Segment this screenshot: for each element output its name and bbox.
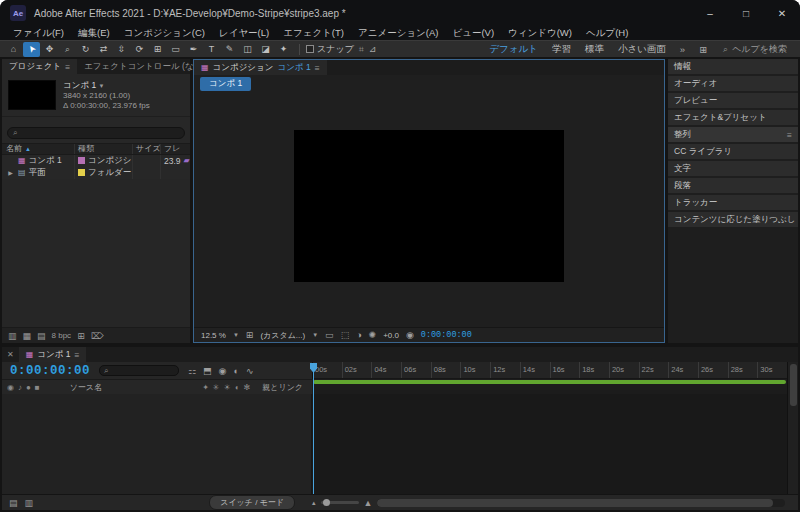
menu-edit[interactable]: 編集(E) bbox=[71, 27, 117, 40]
close-button[interactable]: ✕ bbox=[764, 0, 800, 26]
snap-checkbox[interactable] bbox=[306, 45, 314, 53]
label-color-swatch[interactable] bbox=[78, 157, 85, 164]
layer-list-area[interactable] bbox=[2, 394, 312, 494]
dock-panel-align[interactable]: 整列 ≡ bbox=[668, 127, 798, 142]
hide-shy-layers-icon[interactable]: ◉ bbox=[219, 366, 227, 376]
expand-layer-switches-icon[interactable]: ▤ bbox=[9, 498, 18, 508]
column-size[interactable]: サイズ bbox=[132, 144, 160, 154]
workspace-menu-icon[interactable]: ⊞ bbox=[699, 44, 707, 55]
comp-mini-flowchart-icon[interactable]: ⚏ bbox=[188, 366, 196, 376]
column-parent-link[interactable]: 親とリンク bbox=[262, 382, 303, 393]
selection-tool[interactable]: ➤ bbox=[23, 42, 40, 57]
dock-panel-audio[interactable]: オーディオ bbox=[668, 76, 798, 91]
column-source-name[interactable]: ソース名 bbox=[70, 382, 102, 393]
eraser-tool[interactable]: ◪ bbox=[257, 42, 274, 57]
workspace-default[interactable]: デフォルト bbox=[489, 43, 538, 56]
delete-icon[interactable]: ⌦ bbox=[91, 331, 104, 341]
shy-switch-icon[interactable]: ✦ bbox=[202, 383, 209, 392]
tab-timeline-comp1[interactable]: ▦ コンポ 1 ≡ bbox=[19, 347, 87, 362]
motion-blur-icon[interactable]: ◐ bbox=[233, 366, 238, 376]
tab-project[interactable]: プロジェクト ≡ bbox=[2, 59, 77, 74]
video-visibility-icon[interactable]: ◉ bbox=[7, 383, 14, 392]
comp-navigator-chip[interactable]: コンポ 1 bbox=[200, 77, 251, 91]
draft-3d-icon[interactable]: ⬒ bbox=[203, 366, 212, 376]
zoom-in-timeline-icon[interactable]: ▲ bbox=[364, 498, 373, 508]
project-search-input[interactable]: ⌕ bbox=[7, 127, 185, 139]
menu-view[interactable]: ビュー(V) bbox=[445, 27, 501, 40]
vertical-scrollbar-thumb[interactable] bbox=[790, 364, 797, 406]
exposure-icon[interactable]: ✺ bbox=[369, 330, 377, 340]
panel-menu-icon[interactable]: ≡ bbox=[65, 62, 70, 72]
current-time-indicator[interactable] bbox=[313, 363, 314, 494]
work-area-bar[interactable] bbox=[313, 380, 786, 384]
channels-icon[interactable]: ◑ bbox=[356, 330, 361, 340]
create-folder-icon[interactable]: ▤ bbox=[37, 331, 46, 341]
label-color-swatch[interactable] bbox=[78, 169, 85, 176]
menu-file[interactable]: ファイル(F) bbox=[6, 27, 71, 40]
dock-panel-preview[interactable]: プレビュー bbox=[668, 93, 798, 108]
tab-composition-viewer[interactable]: ▦ コンポジション コンポ 1 ≡ bbox=[194, 60, 327, 75]
snap-option-icon-1[interactable]: ⌗ bbox=[359, 44, 364, 55]
panel-menu-icon[interactable]: ≡ bbox=[74, 350, 79, 360]
project-item-solids-folder[interactable]: ▶ ▤ 平面 フォルダー bbox=[2, 167, 190, 179]
project-settings-icon[interactable]: ⊞ bbox=[77, 331, 85, 341]
pan-camera-tool[interactable]: ⇄ bbox=[95, 42, 112, 57]
pan-behind-tool[interactable]: ⊞ bbox=[149, 42, 166, 57]
menu-effect[interactable]: エフェクト(T) bbox=[276, 27, 351, 40]
zoom-level-select[interactable]: 12.5 % bbox=[201, 331, 226, 340]
bit-depth-label[interactable]: 8 bpc bbox=[52, 331, 72, 340]
chevron-down-icon[interactable]: ▼ bbox=[99, 83, 105, 89]
help-search[interactable]: ⌕ ヘルプを検索 bbox=[723, 43, 787, 56]
menu-window[interactable]: ウィンドウ(W) bbox=[501, 27, 579, 40]
tab-effect-controls[interactable]: エフェクトコントロール (なし) bbox=[77, 59, 212, 74]
vertical-scrollbar[interactable] bbox=[787, 362, 798, 494]
create-comp-icon[interactable]: ▦ bbox=[23, 331, 32, 341]
exposure-value[interactable]: +0.0 bbox=[383, 331, 399, 340]
interpret-footage-icon[interactable]: ▥ bbox=[8, 331, 17, 341]
workspace-learn[interactable]: 学習 bbox=[552, 43, 571, 56]
column-type[interactable]: 種類 bbox=[74, 144, 132, 154]
orbit-camera-tool[interactable]: ↻ bbox=[77, 42, 94, 57]
current-time-display[interactable]: 0:00:00:00 bbox=[10, 364, 90, 378]
maximize-button[interactable]: □ bbox=[728, 0, 764, 26]
expander-icon[interactable]: ▶ bbox=[6, 169, 15, 176]
solo-icon[interactable]: ● bbox=[26, 383, 31, 392]
pen-tool[interactable]: ✒ bbox=[185, 42, 202, 57]
menu-animation[interactable]: アニメーション(A) bbox=[351, 27, 446, 40]
brush-tool[interactable]: ✎ bbox=[221, 42, 238, 57]
panel-menu-icon[interactable]: ≡ bbox=[315, 63, 320, 73]
collapse-switch-icon[interactable]: ✳ bbox=[213, 383, 220, 392]
workspace-overflow-icon[interactable]: » bbox=[680, 44, 685, 55]
timeline-zoom-slider[interactable] bbox=[321, 501, 359, 504]
home-button[interactable]: ⌂ bbox=[5, 42, 22, 57]
resolution-select[interactable]: (カスタム...) bbox=[260, 330, 305, 341]
menu-layer[interactable]: レイヤー(L) bbox=[212, 27, 276, 40]
graph-editor-icon[interactable]: ∿ bbox=[246, 366, 254, 376]
menu-composition[interactable]: コンポジション(C) bbox=[117, 27, 212, 40]
dock-panel-content-aware-fill[interactable]: コンテンツに応じた塗りつぶし bbox=[668, 212, 798, 227]
horizontal-scrollbar-thumb[interactable] bbox=[377, 499, 772, 507]
menu-help[interactable]: ヘルプ(H) bbox=[579, 27, 635, 40]
timeline-search-input[interactable]: ⌕ bbox=[99, 365, 179, 376]
motion-blur-switch-icon[interactable]: ✻ bbox=[244, 383, 251, 392]
horizontal-scrollbar[interactable] bbox=[377, 499, 785, 507]
time-ruler[interactable]: 00s 02s 04s 06s 08s 10s 12s 14s 16s 18s … bbox=[312, 362, 787, 379]
clone-stamp-tool[interactable]: ◫ bbox=[239, 42, 256, 57]
audio-icon[interactable]: ♪ bbox=[18, 383, 22, 392]
zoom-slider-thumb[interactable] bbox=[323, 499, 330, 506]
workspace-small-screen[interactable]: 小さい画面 bbox=[618, 43, 666, 56]
rotation-tool[interactable]: ⟳ bbox=[131, 42, 148, 57]
type-tool[interactable]: T bbox=[203, 42, 220, 57]
snap-option-icon-2[interactable]: ⊿ bbox=[369, 44, 377, 54]
snap-toggle[interactable]: スナップ bbox=[306, 43, 354, 56]
dock-panel-cc-libraries[interactable]: CC ライブラリ bbox=[668, 144, 798, 159]
transparency-grid-icon[interactable]: ⬚ bbox=[341, 330, 350, 340]
track-area[interactable] bbox=[312, 394, 787, 494]
column-name[interactable]: 名前 ▲ bbox=[2, 144, 74, 154]
dolly-camera-tool[interactable]: ⇳ bbox=[113, 42, 130, 57]
rectangle-tool[interactable]: ▭ bbox=[167, 42, 184, 57]
effects-switch-icon[interactable]: ◐ bbox=[235, 383, 240, 392]
dock-panel-tracker[interactable]: トラッカー bbox=[668, 195, 798, 210]
workspace-standard[interactable]: 標準 bbox=[585, 43, 604, 56]
zoom-out-timeline-icon[interactable]: ▴ bbox=[312, 499, 316, 507]
